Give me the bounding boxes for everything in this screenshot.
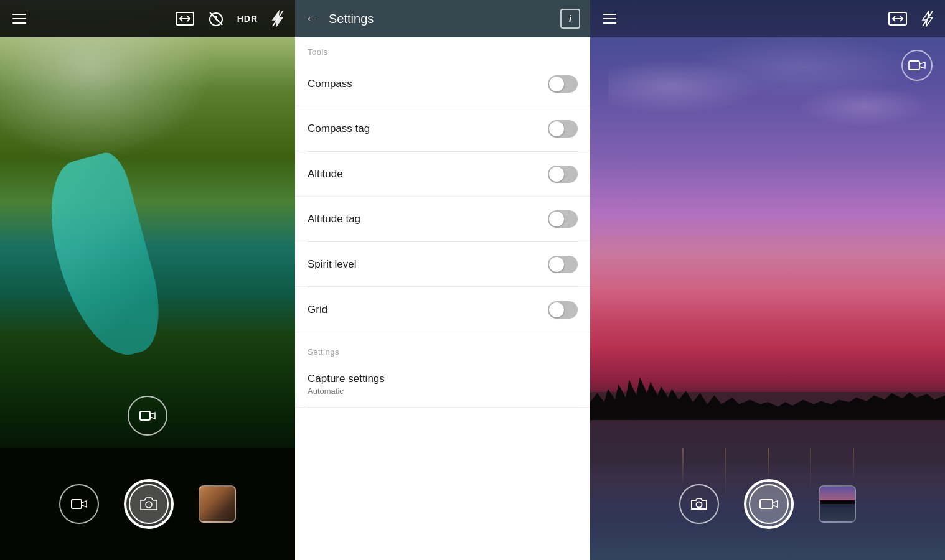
left-video-button[interactable] (59, 484, 99, 524)
grid-toggle[interactable] (548, 301, 578, 319)
right-flash-button[interactable] (920, 10, 935, 27)
right-shutter-inner (749, 484, 789, 524)
svg-rect-4 (140, 411, 150, 420)
left-bottom-bar (0, 448, 295, 560)
tools-section-label: Tools (295, 37, 590, 62)
svg-point-10 (697, 502, 702, 508)
compass-setting-item: Compass (295, 62, 590, 106)
right-menu-button[interactable] (600, 11, 619, 26)
capture-settings-sublabel: Automatic (308, 386, 578, 396)
svg-rect-11 (760, 500, 773, 508)
settings-title: Settings (329, 12, 550, 26)
svg-rect-9 (909, 61, 919, 70)
right-gallery-thumb[interactable] (819, 485, 856, 523)
altitude-tag-toggle-knob (549, 212, 564, 226)
spirit-level-setting-item: Spirit level (295, 242, 590, 287)
left-camera-panel: HDR (0, 0, 295, 560)
timer-button[interactable] (207, 10, 225, 27)
svg-rect-5 (72, 500, 82, 508)
altitude-tag-label: Altitude tag (308, 213, 548, 225)
info-button[interactable]: i (560, 9, 580, 29)
svg-point-6 (146, 502, 152, 508)
capture-settings-item[interactable]: Capture settings Automatic (295, 362, 590, 408)
spirit-level-label: Spirit level (308, 258, 548, 271)
left-shutter-button[interactable] (124, 479, 174, 529)
back-button[interactable]: ← (305, 11, 319, 27)
right-bottom-bar (590, 448, 945, 560)
settings-section-label: Settings (295, 337, 590, 362)
compass-toggle[interactable] (548, 75, 578, 93)
menu-button[interactable] (10, 11, 29, 26)
grid-toggle-knob (549, 302, 564, 317)
compass-tag-setting-item: Compass tag (295, 106, 590, 151)
right-shutter-button[interactable] (744, 479, 794, 529)
altitude-tag-setting-item: Altitude tag (295, 197, 590, 241)
hdr-button[interactable]: HDR (237, 14, 258, 24)
capture-settings-label: Capture settings (308, 373, 578, 385)
divider-4 (308, 408, 578, 408)
flash-button[interactable] (270, 10, 285, 27)
left-gallery-thumb[interactable] (199, 485, 236, 523)
right-screen-capture-button[interactable] (888, 10, 908, 27)
altitude-toggle-knob (549, 167, 564, 182)
left-video-mode-icon[interactable] (128, 396, 167, 436)
right-toolbar (590, 0, 945, 37)
altitude-setting-item: Altitude (295, 152, 590, 197)
settings-header: ← Settings i (295, 0, 590, 37)
compass-label: Compass (308, 78, 548, 90)
compass-tag-toggle[interactable] (548, 120, 578, 138)
compass-toggle-knob (549, 77, 564, 91)
screen-capture-button[interactable] (175, 10, 195, 27)
settings-panel: ← Settings i Tools Compass Compass tag (295, 0, 590, 560)
grid-setting-item: Grid (295, 287, 590, 332)
left-camera-background (0, 0, 295, 448)
altitude-toggle[interactable] (548, 166, 578, 183)
right-video-mode-icon[interactable] (901, 50, 933, 81)
settings-content: Tools Compass Compass tag Altitude (295, 37, 590, 560)
right-camera-button[interactable] (679, 484, 719, 524)
right-camera-panel (590, 0, 945, 560)
left-shutter-inner (129, 484, 169, 524)
right-video-panel-icon[interactable] (901, 50, 933, 81)
compass-tag-toggle-knob (549, 121, 564, 136)
grid-label: Grid (308, 304, 548, 316)
spirit-level-toggle[interactable] (548, 256, 578, 273)
altitude-tag-toggle[interactable] (548, 210, 578, 228)
spirit-level-toggle-knob (549, 257, 564, 272)
altitude-label: Altitude (308, 168, 548, 180)
compass-tag-label: Compass tag (308, 123, 548, 135)
left-toolbar: HDR (0, 0, 295, 37)
